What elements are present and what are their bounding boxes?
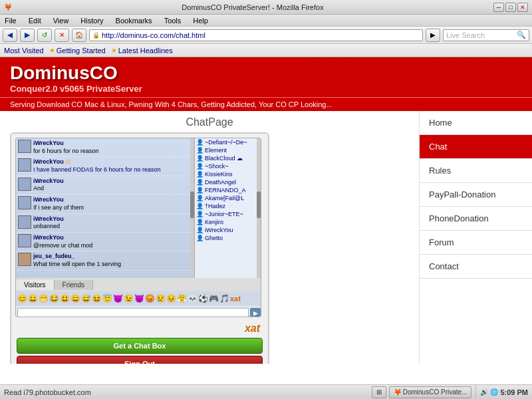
user-13: 👤 Ghetto bbox=[195, 234, 261, 242]
chat-username-6: iWreckYou bbox=[33, 234, 64, 241]
status-bar: Read i79.photobucket.com ⊞ 🦊 DominusCO P… bbox=[0, 384, 532, 399]
sign-out-button[interactable]: Sign Out bbox=[17, 356, 263, 364]
search-bar[interactable]: Live Search 🔍 bbox=[443, 29, 529, 41]
emoji-20[interactable]: 🎵 bbox=[219, 294, 229, 303]
emoji-10[interactable]: 😈 bbox=[113, 294, 123, 303]
bookmark-most-visited[interactable]: Most Visited bbox=[4, 47, 44, 55]
chat-input-field[interactable] bbox=[17, 308, 249, 317]
chat-messages-area[interactable]: iWreckYou for 6 hours for no reason iWre… bbox=[16, 138, 192, 278]
emoji-8[interactable]: 😆 bbox=[92, 294, 102, 303]
site-header: DominusCO Conquer2.0 v5065 PrivateServer bbox=[0, 57, 532, 97]
username-3: BlackCloud bbox=[205, 155, 235, 162]
emoji-17[interactable]: 💀 bbox=[188, 294, 198, 303]
emoji-bar: 😊 😀 😁 😂 😃 😄 😅 😆 😇 😈 😉 😈 😡 😢 😣 😤 bbox=[16, 291, 261, 306]
user-4: 👤 ~Shock~ bbox=[195, 162, 261, 170]
chat-users-area: 👤 ~Defiant~/~De~ 👤 Element 👤 BlackCloud … bbox=[194, 138, 261, 278]
username-4: ~Shock~ bbox=[205, 163, 229, 170]
address-bar[interactable]: 🔒 http://dominus-co.com/chat.html bbox=[89, 29, 423, 41]
menu-file[interactable]: File bbox=[3, 17, 19, 25]
emoji-11[interactable]: 😉 bbox=[124, 294, 134, 303]
emoji-18[interactable]: ⚽ bbox=[198, 294, 208, 303]
username-1: ~Defiant~/~De~ bbox=[205, 139, 247, 146]
sidebar-item-paypal[interactable]: PayPall-Donation bbox=[420, 183, 532, 207]
users-scrollbar[interactable] bbox=[257, 138, 261, 278]
username-2: Element bbox=[205, 147, 227, 154]
emoji-3[interactable]: 😁 bbox=[39, 294, 49, 303]
site-nav-strip: Serving Download CO Mac & Linux, Pwning … bbox=[0, 97, 532, 111]
chat-username-4: iWreckYou bbox=[33, 196, 64, 203]
user-icon-13: 👤 bbox=[196, 235, 203, 241]
system-clock: 5:09 PM bbox=[500, 388, 528, 396]
emoji-xat[interactable]: xat bbox=[230, 295, 241, 303]
address-url: http://dominus-co.com/chat.html bbox=[102, 31, 205, 39]
star-icon-2: ★ bbox=[111, 47, 117, 54]
sidebar-item-forum[interactable]: Forum bbox=[420, 231, 532, 255]
chat-message-5: iWreckYou unbanned bbox=[16, 214, 192, 233]
maximize-button[interactable]: □ bbox=[505, 3, 516, 12]
chat-send-button[interactable]: ▶ bbox=[250, 308, 261, 317]
taskbar: ⊞ 🦊 DominusCO Private... bbox=[372, 386, 476, 398]
sidebar-item-phone[interactable]: PhoneDonation bbox=[420, 207, 532, 231]
chat-username-5: iWreckYou bbox=[33, 215, 64, 222]
sidebar-item-chat[interactable]: Chat bbox=[420, 135, 532, 159]
emoji-16[interactable]: 😤 bbox=[177, 294, 187, 303]
menu-bookmarks[interactable]: Bookmarks bbox=[114, 17, 154, 25]
user-icon-1: 👤 bbox=[196, 139, 203, 146]
menu-tools[interactable]: Tools bbox=[162, 17, 184, 25]
get-chatbox-button[interactable]: Get a Chat Box bbox=[17, 338, 263, 354]
start-button[interactable]: ⊞ bbox=[372, 386, 386, 398]
cloud-icon: ☁ bbox=[237, 155, 243, 162]
chat-message-1: iWreckYou for 6 hours for no reason bbox=[16, 138, 192, 157]
username-12: iWreckYou bbox=[205, 227, 233, 233]
visitors-tab[interactable]: Visitors bbox=[16, 280, 55, 290]
windows-icon: ⊞ bbox=[376, 388, 382, 396]
system-tray: 🔊 🌐 5:09 PM bbox=[475, 385, 532, 399]
user-3: 👤 BlackCloud ☁ bbox=[195, 154, 261, 162]
firefox-taskbar-btn[interactable]: 🦊 DominusCO Private... bbox=[389, 386, 472, 398]
user-9: 👤 †Hadez bbox=[195, 202, 261, 210]
user-icon-5: 👤 bbox=[196, 171, 203, 178]
chat-msg-text-1: for 6 hours for no reason bbox=[33, 148, 99, 154]
emoji-6[interactable]: 😄 bbox=[70, 294, 80, 303]
username-6: DeathAngel bbox=[205, 179, 236, 186]
emoji-5[interactable]: 😃 bbox=[60, 294, 70, 303]
emoji-9[interactable]: 😇 bbox=[102, 294, 112, 303]
go-button[interactable]: ▶ bbox=[426, 29, 440, 42]
menu-edit[interactable]: Edit bbox=[27, 17, 43, 25]
user-6: 👤 DeathAngel bbox=[195, 178, 261, 186]
back-button[interactable]: ◀ bbox=[3, 29, 17, 42]
chat-msg-text-6: @remove ur chat mod bbox=[33, 242, 92, 249]
emoji-19[interactable]: 🎮 bbox=[209, 294, 219, 303]
home-button[interactable]: 🏠 bbox=[72, 29, 86, 42]
menu-history[interactable]: History bbox=[78, 17, 105, 25]
main-layout: ChatPage iWreckYou for 6 hours for no re… bbox=[0, 111, 532, 364]
emoji-12[interactable]: 😈 bbox=[134, 294, 144, 303]
bookmark-latest-headlines[interactable]: ★ Latest Headlines bbox=[111, 47, 173, 55]
emoji-7[interactable]: 😅 bbox=[81, 294, 91, 303]
refresh-button[interactable]: ↺ bbox=[37, 29, 52, 42]
minimize-button[interactable]: ─ bbox=[493, 3, 504, 12]
emoji-4[interactable]: 😂 bbox=[49, 294, 59, 303]
emoji-2[interactable]: 😀 bbox=[28, 294, 38, 303]
content-area: ChatPage iWreckYou for 6 hours for no re… bbox=[0, 111, 419, 364]
sidebar-item-contact[interactable]: Contact bbox=[420, 255, 532, 279]
emoji-1[interactable]: 😊 bbox=[17, 294, 27, 303]
menu-help[interactable]: Help bbox=[191, 17, 210, 25]
user-icon-12: 👤 bbox=[196, 227, 203, 233]
emoji-14[interactable]: 😢 bbox=[156, 294, 166, 303]
emoji-13[interactable]: 😡 bbox=[145, 294, 155, 303]
friends-tab[interactable]: Friends bbox=[55, 280, 93, 290]
forward-button[interactable]: ▶ bbox=[20, 29, 35, 42]
chat-msg-text-7: What time will open the 1 serving bbox=[33, 261, 121, 267]
bookmark-getting-started[interactable]: ★ Getting Started bbox=[49, 47, 106, 55]
getting-started-label: Getting Started bbox=[57, 47, 106, 55]
stop-button[interactable]: ✕ bbox=[55, 29, 69, 42]
menu-view[interactable]: View bbox=[51, 17, 71, 25]
emoji-15[interactable]: 😣 bbox=[166, 294, 176, 303]
sidebar-item-rules[interactable]: Rules bbox=[420, 159, 532, 183]
user-10: 👤 ~Junior~ETE~ bbox=[195, 210, 261, 218]
xat-logo: xat bbox=[245, 323, 260, 334]
close-button[interactable]: ✕ bbox=[517, 3, 528, 12]
sidebar-item-home[interactable]: Home bbox=[420, 111, 532, 135]
user-icon-3: 👤 bbox=[196, 155, 203, 162]
